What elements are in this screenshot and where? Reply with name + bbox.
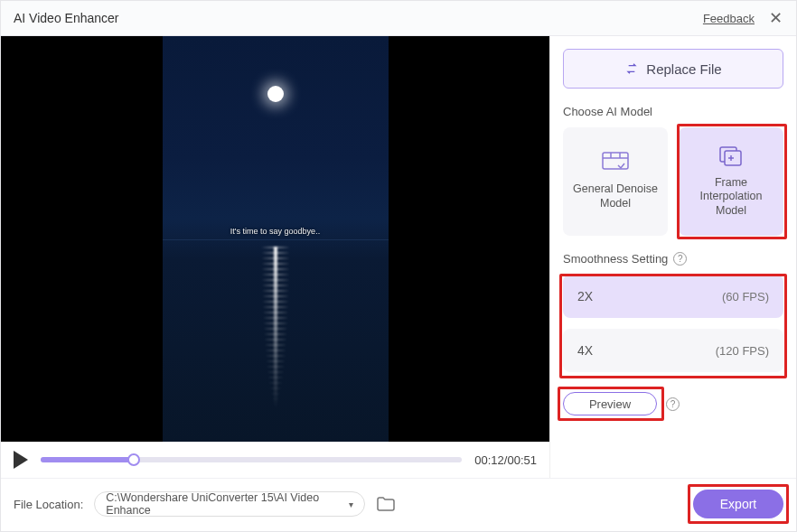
timecode: 00:12/00:51	[474, 453, 537, 467]
smoothness-list: 2X (60 FPS) 4X (120 FPS)	[563, 275, 783, 372]
open-folder-button[interactable]	[376, 496, 396, 512]
smoothness-section-label: Smoothness Setting ?	[563, 252, 783, 266]
video-content: It's time to say goodbye..	[163, 36, 389, 442]
app-title: AI Video Enhancer	[14, 11, 119, 25]
smoothness-label-text: Smoothness Setting	[563, 252, 668, 266]
preview-help-icon[interactable]: ?	[666, 397, 680, 411]
smoothness-2x-fps: (60 FPS)	[722, 290, 769, 303]
feedback-link[interactable]: Feedback	[703, 12, 755, 25]
time-current: 00:12	[474, 453, 504, 467]
footer-left: File Location: C:\Wondershare UniConvert…	[14, 491, 396, 517]
denoise-icon	[602, 152, 629, 173]
seek-fill	[41, 457, 134, 462]
horizon-line	[163, 239, 389, 240]
model-denoise-label: General Denoise Model	[570, 182, 661, 210]
folder-icon	[377, 497, 395, 511]
side-panel: Replace File Choose AI Model General Den…	[550, 36, 796, 478]
smoothness-4x[interactable]: 4X (120 FPS)	[563, 329, 783, 372]
seek-bar[interactable]	[41, 457, 462, 462]
smoothness-4x-mult: 4X	[577, 343, 593, 358]
chevron-down-icon: ▾	[349, 499, 353, 509]
reflection-graphic	[274, 247, 277, 409]
frame-interp-icon	[717, 145, 745, 167]
file-location-label: File Location:	[14, 498, 83, 511]
video-frame: It's time to say goodbye..	[1, 36, 549, 442]
model-frame-interpolation[interactable]: Frame Interpolation Model	[679, 127, 783, 236]
svg-rect-0	[603, 153, 628, 169]
main-area: It's time to say goodbye.. 00:12/00:51 R…	[1, 36, 796, 478]
file-location-path: C:\Wondershare UniConverter 15\AI Video …	[106, 491, 349, 517]
replace-file-button[interactable]: Replace File	[563, 49, 783, 89]
file-location-select[interactable]: C:\Wondershare UniConverter 15\AI Video …	[94, 491, 365, 517]
close-icon[interactable]: ✕	[767, 8, 783, 28]
swap-icon	[624, 61, 639, 76]
footer: File Location: C:\Wondershare UniConvert…	[1, 478, 796, 531]
video-pane: It's time to say goodbye.. 00:12/00:51	[1, 36, 550, 478]
play-icon[interactable]	[14, 451, 28, 469]
preview-button[interactable]: Preview	[563, 392, 657, 415]
preview-row: Preview ?	[563, 392, 783, 415]
export-button[interactable]: Export	[693, 490, 783, 518]
replace-file-label: Replace File	[646, 61, 721, 77]
export-label: Export	[720, 497, 756, 511]
model-section-label: Choose AI Model	[563, 105, 783, 118]
preview-label: Preview	[589, 397, 631, 411]
playback-controls: 00:12/00:51	[1, 442, 549, 478]
help-icon[interactable]: ?	[673, 252, 687, 266]
model-row: General Denoise Model Frame Interpolatio…	[563, 127, 783, 236]
model-general-denoise[interactable]: General Denoise Model	[563, 127, 668, 236]
model-frame-interp-label: Frame Interpolation Model	[686, 176, 776, 219]
model-section: Choose AI Model General Denoise Model Fr…	[563, 105, 783, 236]
smoothness-4x-fps: (120 FPS)	[716, 344, 769, 358]
time-total: 00:51	[507, 453, 537, 467]
smoothness-2x[interactable]: 2X (60 FPS)	[563, 275, 783, 318]
seek-thumb[interactable]	[127, 453, 140, 466]
video-caption: It's time to say goodbye..	[230, 227, 320, 236]
app-window: AI Video Enhancer Feedback ✕ It's time t…	[0, 0, 797, 532]
titlebar-right: Feedback ✕	[703, 8, 783, 28]
moon-graphic	[267, 86, 284, 102]
smoothness-section: Smoothness Setting ? 2X (60 FPS) 4X (120…	[563, 252, 783, 372]
titlebar: AI Video Enhancer Feedback ✕	[1, 1, 796, 36]
smoothness-2x-mult: 2X	[577, 289, 593, 303]
